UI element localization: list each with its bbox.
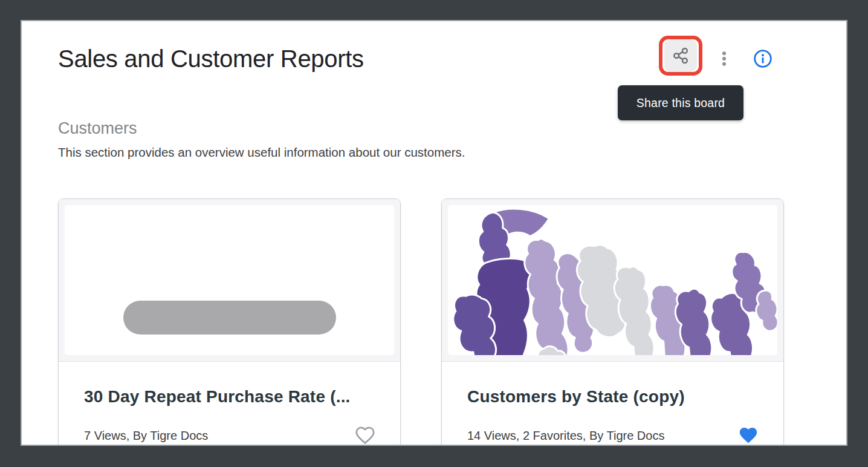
share-button-highlight xyxy=(659,36,702,76)
report-card-repeat-purchase[interactable]: 30 Day Repeat Purchase Rate (... 7 Views… xyxy=(58,198,401,446)
map-region xyxy=(756,290,777,331)
favorite-button[interactable] xyxy=(736,423,760,446)
board-page: Sales and Customer Reports Share this bo… xyxy=(21,20,847,446)
section-heading: Customers xyxy=(58,119,137,138)
report-meta: 14 Views, 2 Favorites, By Tigre Docs xyxy=(467,429,664,443)
choropleth-map xyxy=(448,205,777,355)
report-thumbnail-map xyxy=(448,205,777,355)
placeholder-pill xyxy=(123,301,336,335)
map-region xyxy=(453,295,496,355)
page-title: Sales and Customer Reports xyxy=(58,44,364,73)
report-title[interactable]: 30 Day Repeat Purchase Rate (... xyxy=(84,387,375,407)
more-options-button[interactable] xyxy=(710,44,738,73)
more-vert-icon xyxy=(716,50,733,67)
info-icon xyxy=(753,49,772,68)
info-button[interactable] xyxy=(748,44,777,73)
share-button[interactable] xyxy=(664,39,697,72)
report-card-customers-by-state[interactable]: Customers by State (copy) 14 Views, 2 Fa… xyxy=(441,198,784,446)
report-title[interactable]: Customers by State (copy) xyxy=(467,387,758,407)
card-body: Customers by State (copy) 14 Views, 2 Fa… xyxy=(442,362,783,446)
card-body: 30 Day Repeat Purchase Rate (... 7 Views… xyxy=(59,362,400,446)
heart-outline-icon xyxy=(354,425,376,446)
section-description: This section provides an overview useful… xyxy=(58,145,465,160)
share-tooltip: Share this board xyxy=(618,85,743,120)
report-thumbnail-placeholder xyxy=(65,205,394,355)
report-meta: 7 Views, By Tigre Docs xyxy=(84,429,208,443)
heart-filled-icon xyxy=(737,425,759,446)
share-icon xyxy=(672,47,690,65)
map-region xyxy=(614,267,654,355)
thumbnail-frame xyxy=(442,199,783,362)
card-list: 30 Day Repeat Purchase Rate (... 7 Views… xyxy=(58,198,784,446)
thumbnail-frame xyxy=(59,199,400,362)
favorite-button[interactable] xyxy=(353,423,377,446)
